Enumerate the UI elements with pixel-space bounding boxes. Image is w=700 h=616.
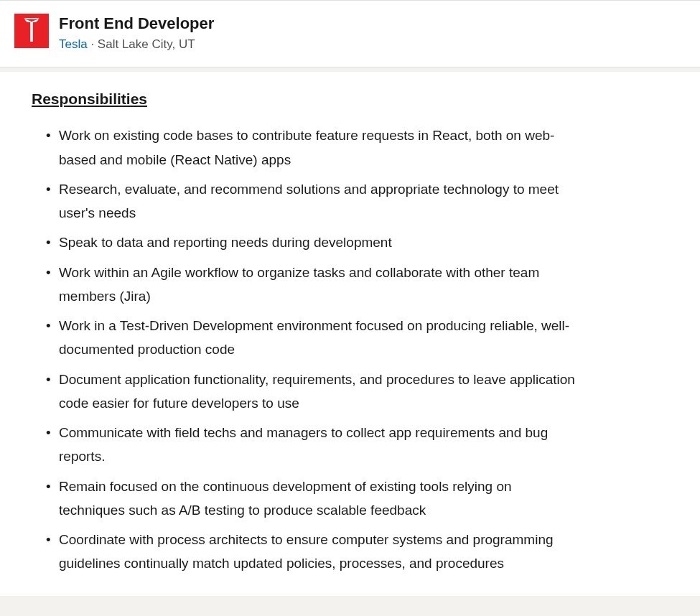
list-item: Speak to data and reporting needs during… [46,230,577,254]
company-location-line: Tesla · Salt Lake City, UT [59,36,214,53]
list-item: Document application functionality, requ… [46,368,577,416]
tesla-logo-icon [21,18,42,44]
company-logo[interactable] [14,14,49,48]
job-location: Salt Lake City, UT [98,37,195,51]
job-header: Front End Developer Tesla · Salt Lake Ci… [0,0,700,67]
job-title: Front End Developer [59,14,214,34]
header-text-block: Front End Developer Tesla · Salt Lake Ci… [59,14,214,52]
job-description-content: Responsibilities Work on existing code b… [0,72,700,595]
list-item: Work within an Agile workflow to organiz… [46,261,577,309]
list-item: Work on existing code bases to contribut… [46,123,577,172]
list-item: Work in a Test-Driven Development enviro… [46,314,577,362]
separator-dot: · [88,37,98,51]
responsibilities-heading: Responsibilities [32,90,668,108]
list-item: Research, evaluate, and recommend soluti… [46,177,577,225]
responsibilities-list: Work on existing code bases to contribut… [32,123,668,575]
company-link[interactable]: Tesla [59,37,88,51]
list-item: Communicate with field techs and manager… [46,421,577,469]
list-item: Coordinate with process architects to en… [46,528,577,576]
list-item: Remain focused on the continuous develop… [46,475,577,523]
